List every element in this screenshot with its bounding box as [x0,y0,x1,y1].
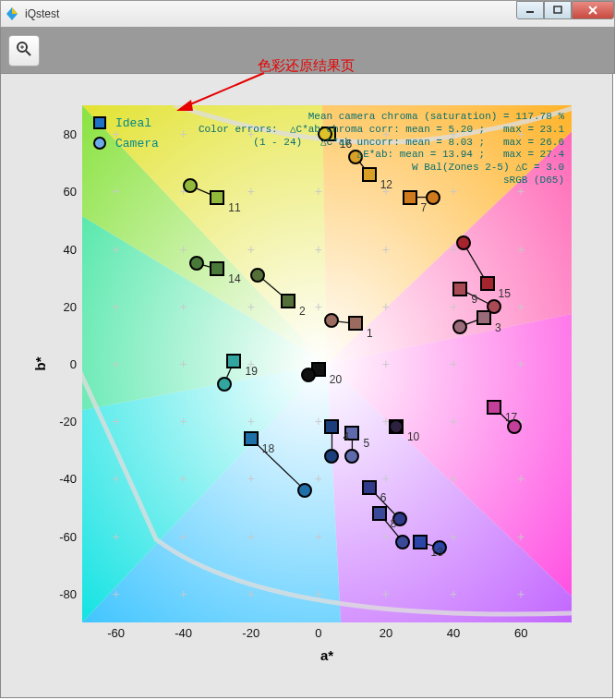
x-axis-label: a* [320,647,333,663]
zoom-button[interactable] [8,35,40,66]
camera-point[interactable] [395,535,410,549]
ideal-point[interactable] [348,316,363,331]
legend-camera: Camera [93,133,159,153]
y-tick: 60 [64,185,77,199]
ideal-point[interactable] [452,282,467,296]
magnifier-icon [16,41,32,61]
point-label: 19 [245,365,257,378]
camera-point[interactable] [324,313,339,328]
camera-point[interactable] [301,368,316,382]
svg-line-10 [184,73,264,107]
camera-point[interactable] [452,320,467,334]
point-label: 17 [505,411,517,424]
chart-container: Ideal Camera Mean camera chroma (saturat… [19,91,592,682]
camera-point[interactable] [189,256,204,271]
ideal-point[interactable] [476,310,491,325]
point-label: 1 [367,327,373,340]
x-tick: -20 [242,626,259,640]
ideal-point[interactable] [480,276,495,291]
camera-point[interactable] [389,419,404,434]
camera-point[interactable] [217,377,232,392]
ideal-point[interactable] [244,431,259,446]
ideal-point[interactable] [487,400,501,415]
svg-line-40 [251,439,305,490]
svg-marker-1 [12,7,18,14]
annotation-text: 色彩还原结果页 [258,57,355,75]
minimize-button[interactable] [516,1,544,19]
point-label: 8 [391,517,397,530]
point-label: 9 [471,293,477,306]
camera-point[interactable] [344,449,359,464]
annotation-arrow-icon [176,72,269,113]
ideal-point[interactable] [372,506,387,521]
content-area: 色彩还原结果页 [0,74,613,698]
maximize-button[interactable] [544,1,572,19]
y-tick: 40 [64,242,77,256]
camera-point[interactable] [183,178,198,193]
point-label: 13 [431,546,443,559]
camera-point[interactable] [250,268,265,283]
camera-point[interactable] [487,299,501,314]
ideal-point[interactable] [226,354,241,368]
point-label: 11 [228,201,240,214]
point-label: 4 [343,430,349,443]
x-tick: 60 [514,626,527,640]
window-controls [516,1,614,19]
close-button[interactable] [572,1,614,19]
y-tick: 80 [64,127,77,141]
ideal-point[interactable] [413,535,428,549]
camera-point[interactable] [297,483,312,498]
x-tick: 20 [380,626,392,640]
legend-ideal-label: Ideal [115,116,151,130]
legend-square-icon [93,116,106,129]
legend-circle-icon [93,137,106,150]
ideal-point[interactable] [403,190,417,205]
info-text: Mean camera chroma (saturation) = 117.78… [199,111,564,187]
ideal-point[interactable] [362,480,377,495]
plot-inner: Ideal Camera Mean camera chroma (saturat… [82,105,572,622]
camera-point[interactable] [426,190,440,205]
y-tick: -20 [59,415,77,428]
y-axis-label: b* [32,357,48,371]
y-tick: -60 [59,529,77,543]
point-label: 15 [499,287,511,300]
legend-ideal: Ideal [93,113,159,133]
window-titlebar: iQstest [0,0,615,28]
svg-rect-3 [554,6,561,13]
point-label: 18 [262,442,274,455]
y-tick: -40 [59,472,77,486]
x-tick: 0 [315,626,321,640]
point-label: 5 [363,437,369,450]
ideal-point[interactable] [210,261,224,276]
y-tick: 20 [64,299,77,313]
camera-point[interactable] [456,235,471,250]
point-label: 2 [299,305,306,318]
legend: Ideal Camera [93,113,159,153]
ideal-point[interactable] [281,294,295,308]
point-label: 20 [330,373,342,386]
point-label: 7 [421,201,428,214]
y-tick: -80 [59,586,77,600]
x-tick: -40 [175,626,192,640]
camera-point[interactable] [324,449,339,464]
x-tick: 40 [447,626,460,640]
point-label: 14 [228,272,240,285]
svg-line-7 [26,51,30,55]
ideal-point[interactable] [324,419,339,434]
y-tick: 0 [70,357,77,371]
point-label: 6 [380,491,387,504]
app-icon [5,6,19,21]
legend-camera-label: Camera [115,137,159,151]
x-tick: -60 [107,626,125,640]
plot-area[interactable]: Ideal Camera Mean camera chroma (saturat… [82,105,572,622]
svg-marker-11 [176,100,193,111]
point-label: 3 [495,321,501,334]
ideal-point[interactable] [210,190,224,205]
point-label: 10 [407,430,419,443]
window-title: iQstest [25,7,59,20]
